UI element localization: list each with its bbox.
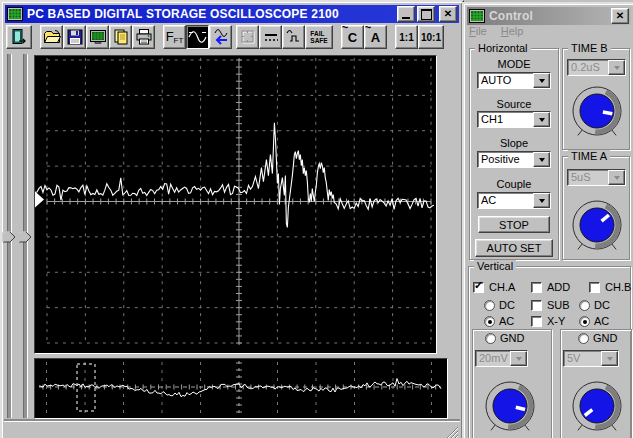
add-label: ADD	[547, 281, 570, 293]
slider-a-thumb[interactable]	[2, 229, 16, 241]
toolbar: FFT FAILSAFE ~C ~A	[6, 25, 444, 51]
window-titlebar[interactable]: PC BASED DIGITAL STORAGE OSCILLOSCOPE 21…	[5, 5, 459, 23]
oscilloscope-window: PC BASED DIGITAL STORAGE OSCILLOSCOPE 21…	[0, 0, 464, 438]
vertical-group: Vertical ✓ CH.A ✓ ADD ✓ CH.B DC ✓ SUB DC…	[468, 266, 631, 438]
cal-c-button[interactable]: ~C	[341, 25, 364, 49]
fft-button[interactable]: FFT	[163, 25, 186, 49]
exit-button[interactable]	[6, 25, 32, 49]
chevron-down-icon[interactable]	[533, 193, 550, 208]
menu-file[interactable]: File	[469, 25, 487, 40]
mode-label: MODE	[470, 58, 558, 70]
time-b-select: 0.2uS	[567, 59, 626, 76]
printer-icon	[135, 28, 153, 46]
chb-label: CH.B	[605, 281, 631, 293]
chevron-down-icon[interactable]	[533, 152, 550, 167]
fft-label: F	[166, 31, 174, 43]
sub-label: SUB	[547, 299, 570, 311]
slope-select[interactable]: Positive	[477, 151, 551, 168]
control-window: Control ✕ File Help Horizontal MODE AUTO…	[462, 2, 633, 438]
failsafe-button[interactable]: FAILSAFE	[305, 25, 333, 49]
add-checkbox[interactable]: ✓	[531, 282, 542, 293]
mode-select[interactable]: AUTO	[477, 72, 551, 89]
chevron-down-icon[interactable]	[533, 112, 550, 127]
horizontal-group: Horizontal MODE AUTO Source CH1 Slope Po…	[469, 48, 559, 260]
door-icon	[10, 28, 28, 46]
square-wave-icon	[285, 28, 303, 46]
maximize-icon	[421, 9, 432, 20]
wave-icon	[188, 28, 207, 46]
minimize-icon	[402, 17, 410, 19]
preview-scope-display[interactable]	[34, 358, 448, 419]
close-icon: ✕	[444, 9, 452, 19]
grid-icon	[239, 28, 257, 46]
couple-label: Couple	[470, 178, 558, 190]
status-bar	[4, 421, 460, 438]
display-button[interactable]	[86, 25, 109, 49]
chb-panel: GND 5V	[560, 329, 632, 438]
save-button[interactable]	[63, 25, 86, 49]
stop-button[interactable]: STOP	[478, 216, 550, 233]
cha-checkbox[interactable]: ✓	[473, 282, 484, 293]
main-scope-display	[34, 55, 437, 354]
sweep-arrow-icon	[211, 28, 230, 46]
resize-grip[interactable]	[446, 425, 459, 438]
chevron-down-icon	[601, 351, 618, 366]
couple-select[interactable]: AC	[477, 192, 551, 209]
source-select[interactable]: CH1	[477, 111, 551, 128]
menu-bar: File Help	[469, 25, 523, 40]
grid-button[interactable]	[236, 25, 259, 49]
cha-dc-radio[interactable]	[484, 300, 495, 311]
time-b-group: TIME B 0.2uS	[562, 48, 630, 150]
screen: PC BASED DIGITAL STORAGE OSCILLOSCOPE 21…	[0, 0, 633, 438]
cursor-lines-button[interactable]	[259, 25, 282, 49]
xy-label: X-Y	[547, 315, 565, 327]
chb-gnd-radio[interactable]	[578, 333, 589, 344]
cha-range-select: 20mV	[475, 350, 528, 367]
source-label: Source	[470, 98, 558, 110]
chevron-down-icon[interactable]	[533, 73, 550, 88]
chevron-down-icon	[608, 60, 625, 75]
ratio-1-1-button[interactable]: 1:1	[395, 25, 418, 49]
control-icon	[469, 9, 485, 23]
screen-icon	[89, 28, 107, 46]
time-a-group: TIME A 5uS	[562, 156, 630, 260]
chevron-down-icon	[510, 351, 527, 366]
control-close-button[interactable]: ✕	[611, 8, 629, 24]
minimize-button[interactable]	[397, 6, 415, 22]
print-button[interactable]	[132, 25, 155, 49]
xy-checkbox[interactable]: ✓	[531, 316, 542, 327]
sweep-button[interactable]	[209, 25, 232, 49]
menu-help[interactable]: Help	[501, 25, 524, 40]
chb-range-select: 5V	[563, 350, 619, 367]
cha-label: CH.A	[489, 281, 515, 293]
wave-display-button[interactable]	[186, 25, 209, 49]
open-folder-icon	[43, 28, 61, 46]
ratio-10-1-button[interactable]: 10:1	[418, 25, 444, 49]
page-title: PC BASED DIGITAL STORAGE OSCILLOSCOPE 21…	[27, 7, 339, 21]
time-b-knob[interactable]	[569, 83, 625, 139]
chb-checkbox[interactable]: ✓	[589, 282, 600, 293]
slider-b-thumb[interactable]	[18, 229, 32, 241]
chb-knob[interactable]	[569, 378, 625, 434]
chb-ac-radio[interactable]	[579, 316, 590, 327]
cha-panel: GND 20mV	[472, 329, 552, 438]
close-button[interactable]: ✕	[439, 6, 457, 22]
time-a-knob[interactable]	[569, 197, 625, 253]
close-icon: ✕	[616, 11, 624, 21]
copy-button[interactable]	[109, 25, 132, 49]
time-a-select: 5uS	[567, 169, 626, 186]
sub-checkbox[interactable]: ✓	[531, 300, 542, 311]
chevron-down-icon	[608, 170, 625, 185]
cal-a-button[interactable]: ~A	[364, 25, 387, 49]
chb-dc-radio[interactable]	[579, 300, 590, 311]
control-title: Control	[489, 9, 533, 23]
cha-ac-radio[interactable]	[484, 316, 495, 327]
open-button[interactable]	[40, 25, 63, 49]
auto-set-button[interactable]: AUTO SET	[475, 239, 553, 257]
floppy-icon	[66, 28, 84, 46]
trigger-wave-button[interactable]	[282, 25, 305, 49]
maximize-button[interactable]	[417, 6, 435, 22]
cha-gnd-radio[interactable]	[485, 333, 496, 344]
control-titlebar[interactable]: Control ✕	[467, 7, 631, 25]
cha-knob[interactable]	[482, 378, 538, 434]
